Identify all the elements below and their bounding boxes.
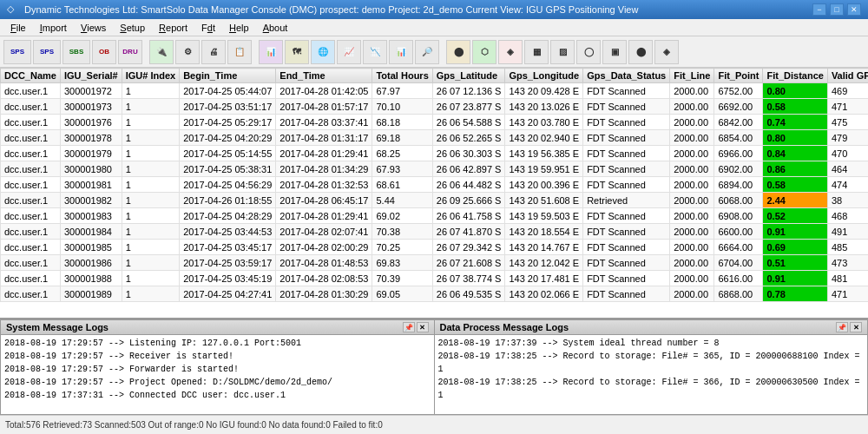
toolbar-btn25[interactable]: ◈ [654,40,679,64]
toolbar-btn13[interactable]: 📈 [337,40,361,64]
system-log-close-btn[interactable]: ✕ [417,322,429,332]
toolbar-ob-btn[interactable]: OB [92,40,116,64]
table-cell: 26 07 21.608 S [432,255,505,271]
system-log-content: 2018-08-19 17:29:57 --> Listening IP: 12… [1,335,434,414]
toolbar-btn8[interactable]: 🖨 [201,40,226,64]
table-cell: 1 [122,193,179,208]
col-gps-lon[interactable]: Gps_Longitude [505,69,583,83]
toolbar-btn7[interactable]: ⚙ [175,40,200,64]
table-cell: FDT Scanned [583,161,670,177]
table-cell: 300001984 [60,224,122,240]
col-gps-lat[interactable]: Gps_Latitude [432,69,505,83]
col-begin-time[interactable]: Begin_Time [180,69,276,83]
table-cell: 2017-04-25 03:51:17 [180,99,276,115]
data-table: DCC_Name IGU_Serial# IGU# Index Begin_Ti… [0,68,868,302]
col-valid-gps[interactable]: Valid GPS D ^ [827,69,868,83]
toolbar-btn11[interactable]: 🗺 [285,40,309,64]
minimize-button[interactable]: − [812,3,826,16]
log-message: 2018-08-19 17:37:31 --> Connected DCC us… [4,389,431,402]
data-log-pin-btn[interactable]: 📌 [836,322,848,332]
table-cell: 26 06 30.303 S [432,146,505,161]
system-log-pin-btn[interactable]: 📌 [403,322,415,332]
col-gps-status[interactable]: Gps_Data_Status [583,69,670,83]
table-cell: 1 [122,224,179,240]
table-cell: 68.61 [372,177,432,193]
maximize-button[interactable]: □ [830,3,844,16]
menu-about[interactable]: About [256,19,295,36]
toolbar-btn17[interactable]: ⬤ [446,40,470,64]
table-cell: 2017-04-28 01:42:05 [276,83,372,99]
table-cell: 479 [827,130,868,146]
toolbar-btn19[interactable]: ◈ [498,40,523,64]
table-cell: 2017-04-28 02:08:53 [276,271,372,286]
toolbar-btn14[interactable]: 📉 [363,40,387,64]
table-cell: 6854.00 [714,130,763,146]
table-cell: 70.39 [372,271,432,286]
toolbar-btn21[interactable]: ▨ [550,40,575,64]
table-cell: 2017-04-25 05:29:17 [180,115,276,130]
close-button[interactable]: ✕ [847,3,861,16]
table-cell: 143 20 17.481 E [505,271,583,286]
table-cell: 2017-04-25 03:44:53 [180,224,276,240]
col-fit-distance[interactable]: Fit_Distance [763,69,827,83]
table-cell: 70.25 [372,240,432,255]
table-cell: 2017-04-28 02:07:41 [276,224,372,240]
toolbar-btn24[interactable]: ⬤ [628,40,653,64]
toolbar-btn9[interactable]: 📋 [227,40,252,64]
table-cell: 2000.00 [670,99,714,115]
menu-fdt[interactable]: Fdt [194,19,222,36]
toolbar-btn23[interactable]: ▣ [602,40,627,64]
toolbar-btn6[interactable]: 🔌 [149,40,174,64]
table-cell: FDT Scanned [583,99,670,115]
data-log-header-buttons: 📌 ✕ [836,322,862,332]
col-igu-serial[interactable]: IGU_Serial# [60,69,122,83]
table-cell: FDT Scanned [583,240,670,255]
data-log-close-btn[interactable]: ✕ [850,322,862,332]
table-cell: 26 09 25.666 S [432,193,505,208]
menu-views[interactable]: Views [74,19,113,36]
menu-report[interactable]: Report [152,19,194,36]
menu-import[interactable]: Import [33,19,74,36]
table-cell: 0.74 [763,115,827,130]
toolbar-btn16[interactable]: 🔎 [415,40,439,64]
table-cell: 69.05 [372,286,432,302]
table-cell: 0.51 [763,255,827,271]
table-cell: 26 07 38.774 S [432,271,505,286]
table-cell: 1 [122,177,179,193]
toolbar-btn10[interactable]: 📊 [259,40,283,64]
data-table-container[interactable]: DCC_Name IGU_Serial# IGU# Index Begin_Ti… [0,68,868,319]
table-cell: 300001976 [60,115,122,130]
toolbar-sbs-btn[interactable]: SBS [62,40,90,64]
table-cell: 2000.00 [670,83,714,99]
log-message: 2018-08-19 17:29:57 --> Project Opened: … [4,376,431,389]
col-fit-point[interactable]: Fit_Point [714,69,763,83]
table-cell: 473 [827,255,868,271]
menu-help[interactable]: Help [222,19,256,36]
table-body: dcc.user.130000197212017-04-25 05:44:072… [1,83,869,302]
menu-setup[interactable]: Setup [113,19,152,36]
log-message: 2018-08-19 17:29:57 --> Listening IP: 12… [4,337,431,350]
col-dcc-name[interactable]: DCC_Name [1,69,61,83]
table-row: dcc.user.130000198912017-04-25 04:27:412… [1,286,869,302]
toolbar-sps-btn[interactable]: SPS [3,40,31,64]
table-cell: 26 06 42.897 S [432,161,505,177]
toolbar-btn15[interactable]: 📊 [389,40,413,64]
table-cell: 0.86 [763,161,827,177]
toolbar-sps2-btn[interactable]: SPS [33,40,61,64]
table-cell: 468 [827,208,868,224]
col-total-hours[interactable]: Total Hours [372,69,432,83]
toolbar-btn20[interactable]: ▦ [524,40,549,64]
table-cell: 485 [827,240,868,255]
toolbar-btn18[interactable]: ⬡ [472,40,496,64]
table-cell: 481 [827,271,868,286]
toolbar-dru-btn[interactable]: DRU [118,40,142,64]
col-end-time[interactable]: End_Time [276,69,372,83]
col-igu-index[interactable]: IGU# Index [122,69,179,83]
table-row: dcc.user.130000198012017-04-25 05:38:312… [1,161,869,177]
main-area: DCC_Name IGU_Serial# IGU# Index Begin_Ti… [0,68,868,415]
toolbar-btn22[interactable]: ◯ [576,40,601,64]
toolbar-btn12[interactable]: 🌐 [311,40,335,64]
table-cell: 2000.00 [670,130,714,146]
menu-file[interactable]: File [3,19,33,36]
col-fit-line[interactable]: Fit_Line [670,69,714,83]
